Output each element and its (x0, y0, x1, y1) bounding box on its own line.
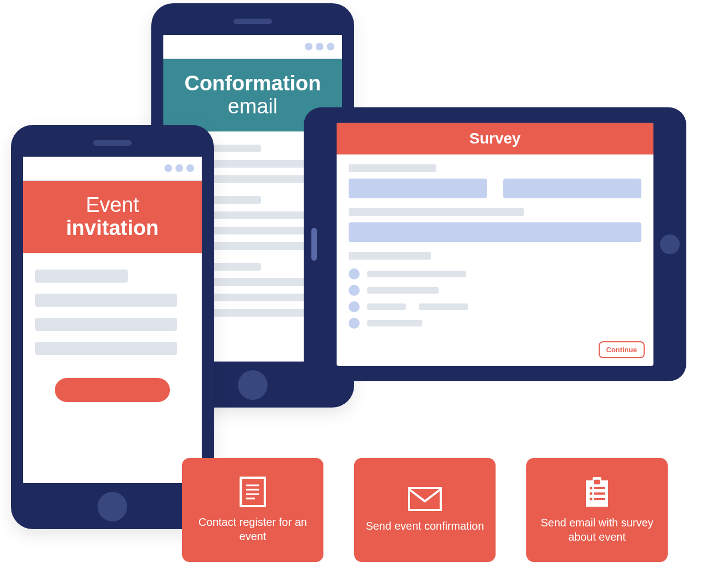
invitation-title-line2: invitation (23, 217, 202, 240)
placeholder-line (35, 294, 177, 307)
svg-rect-5 (409, 488, 441, 510)
placeholder-line (367, 320, 422, 326)
phone-speaker (234, 19, 272, 24)
flow-connector (323, 509, 354, 511)
placeholder-line (35, 342, 177, 355)
radio-icon (349, 285, 360, 296)
radio-option[interactable] (349, 301, 641, 312)
placeholder-line (367, 271, 466, 277)
browser-window-controls-icon (164, 164, 194, 172)
browser-bar (23, 157, 202, 181)
svg-point-13 (590, 498, 593, 501)
radio-option[interactable] (349, 318, 641, 329)
flow-connector (496, 509, 526, 511)
text-input-placeholder[interactable] (349, 179, 487, 198)
input-row (349, 179, 641, 198)
tablet-survey: Survey (304, 107, 686, 381)
browser-bar (163, 35, 342, 59)
text-input-placeholder[interactable] (503, 179, 641, 198)
step-label: Send event confirmation (366, 519, 484, 533)
svg-point-11 (590, 492, 593, 495)
svg-rect-10 (594, 487, 605, 489)
placeholder-line (419, 303, 468, 310)
confirmation-title-line1: Conformation (163, 72, 342, 95)
browser-window-controls-icon (305, 43, 334, 50)
radio-icon (349, 318, 360, 329)
continue-button-label: Continue (606, 346, 637, 354)
invitation-cta-button[interactable] (55, 378, 170, 402)
phone-speaker (93, 140, 132, 146)
tablet-screen: Survey (337, 123, 653, 366)
invitation-title-line1: Event (23, 194, 202, 217)
envelope-icon (408, 487, 442, 511)
survey-body: Continue (337, 154, 653, 366)
survey-header: Survey (337, 123, 653, 154)
invitation-header: Event invitation (23, 181, 202, 253)
placeholder-line (349, 208, 524, 216)
phone-screen: Event invitation (23, 157, 202, 483)
radio-option[interactable] (349, 268, 641, 279)
home-button-icon (98, 492, 127, 521)
diagram-stage: Conformation email Survey (0, 0, 728, 579)
document-icon (240, 477, 266, 507)
radio-icon (349, 268, 360, 279)
step-card-register: Contact register for an event (182, 458, 323, 562)
svg-rect-12 (594, 492, 605, 495)
step-label: Contact register for an event (191, 515, 315, 543)
text-input-placeholder[interactable] (349, 222, 641, 242)
placeholder-line (35, 318, 177, 331)
step-card-survey: Send email with survey about event (526, 458, 668, 562)
continue-button[interactable]: Continue (599, 341, 645, 358)
placeholder-body (23, 253, 202, 355)
workflow-steps: Contact register for an event Send event… (182, 458, 668, 562)
placeholder-line (349, 252, 431, 260)
radio-icon (349, 301, 360, 312)
survey-title: Survey (469, 130, 520, 147)
step-label: Send email with survey about event (535, 515, 659, 544)
tablet-side-button-icon (311, 228, 317, 261)
tablet-home-button-icon (660, 234, 680, 254)
svg-rect-14 (594, 498, 605, 500)
step-card-confirmation: Send event confirmation (354, 458, 496, 562)
placeholder-line (349, 164, 436, 172)
svg-rect-8 (594, 480, 600, 484)
svg-point-9 (590, 487, 593, 490)
placeholder-line (35, 270, 128, 283)
placeholder-line (367, 287, 439, 294)
clipboard-icon (584, 476, 610, 508)
placeholder-line (367, 303, 406, 310)
svg-rect-0 (241, 478, 265, 506)
radio-option[interactable] (349, 285, 641, 296)
home-button-icon (238, 370, 268, 400)
